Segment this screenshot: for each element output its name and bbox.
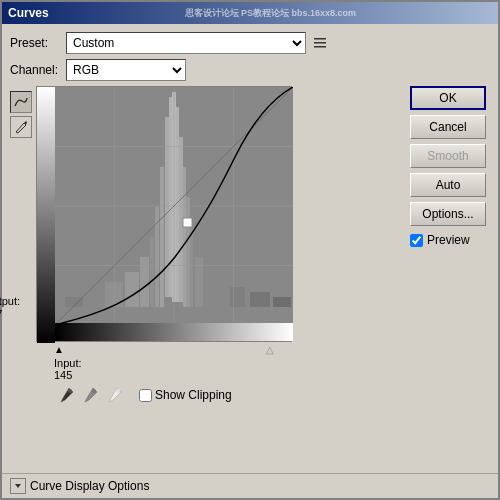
preset-label: Preset: [10, 36, 60, 50]
output-value: 107 [0, 308, 20, 321]
svg-rect-1 [314, 42, 326, 44]
black-point-marker: ▲ [54, 344, 64, 355]
svg-rect-25 [273, 297, 291, 307]
channel-select[interactable]: RGB Red Green Blue [66, 59, 186, 81]
triangle-markers: ▲ △ [36, 342, 274, 355]
ok-button[interactable]: OK [410, 86, 486, 110]
options-button[interactable]: Options... [410, 202, 486, 226]
svg-point-34 [68, 389, 72, 393]
svg-rect-22 [215, 282, 225, 307]
pencil-tool-button[interactable] [10, 116, 32, 138]
curves-dialog: Curves 思客设计论坛 PS教程论坛 bbs.16xx8.com Prese… [0, 0, 500, 500]
svg-rect-9 [183, 167, 186, 307]
eyedropper-group: Show Clipping [39, 385, 232, 405]
svg-rect-23 [230, 287, 245, 307]
preset-row: Preset: Custom Default Strong Contrast L… [10, 32, 490, 54]
right-panel: OK Cancel Smooth Auto Options... Preview [410, 86, 490, 465]
curve-area-outer: Output: 107 [36, 86, 292, 381]
svg-rect-15 [140, 257, 149, 307]
svg-point-36 [116, 389, 120, 393]
svg-rect-2 [314, 46, 326, 48]
title-bar: Curves 思客设计论坛 PS教程论坛 bbs.16xx8.com [2, 2, 498, 24]
svg-rect-20 [195, 257, 203, 307]
curve-grid-svg [55, 87, 293, 325]
preview-checkbox[interactable] [410, 234, 423, 247]
input-value: 145 [54, 369, 292, 381]
white-eyedropper-button[interactable] [105, 385, 125, 405]
curve-top: Output: 107 [10, 86, 402, 381]
svg-rect-12 [160, 167, 164, 307]
white-point-marker: △ [266, 344, 274, 355]
svg-rect-0 [314, 38, 326, 40]
svg-marker-37 [15, 484, 21, 488]
svg-rect-14 [150, 237, 154, 307]
window-title: Curves [8, 6, 49, 20]
preview-row: Preview [410, 233, 490, 247]
show-clipping-checkbox[interactable] [139, 389, 152, 402]
curve-panel: Output: 107 [10, 86, 402, 465]
svg-rect-17 [105, 282, 123, 307]
output-display: Output: 107 [0, 295, 20, 321]
svg-rect-24 [250, 292, 270, 307]
show-clipping-row: Show Clipping [139, 388, 232, 402]
curve-canvas[interactable] [36, 86, 292, 342]
expand-icon [10, 478, 26, 494]
svg-rect-18 [85, 292, 103, 307]
auto-button[interactable]: Auto [410, 173, 486, 197]
black-eyedropper-button[interactable] [57, 385, 77, 405]
curve-display-options-expander[interactable]: Curve Display Options [2, 473, 498, 498]
output-gradient [37, 87, 55, 343]
svg-rect-8 [179, 137, 183, 302]
tool-icons [10, 91, 32, 381]
svg-point-35 [92, 389, 96, 393]
gray-eyedropper-button[interactable] [81, 385, 101, 405]
channel-label: Channel: [10, 63, 60, 77]
output-label: Output: [0, 295, 20, 308]
svg-rect-33 [183, 218, 192, 227]
svg-rect-16 [125, 272, 139, 307]
bottom-tools-row: Show Clipping [10, 385, 402, 405]
main-area: Output: 107 [10, 86, 490, 465]
smooth-button[interactable]: Smooth [410, 144, 486, 168]
preview-label: Preview [427, 233, 470, 247]
settings-icon[interactable] [312, 35, 328, 51]
svg-rect-21 [205, 272, 213, 307]
watermark: 思客设计论坛 PS教程论坛 bbs.16xx8.com [49, 7, 492, 20]
svg-rect-4 [165, 117, 169, 297]
input-gradient [55, 323, 293, 341]
curve-tool-button[interactable] [10, 91, 32, 113]
input-display: Input: 145 [36, 357, 292, 381]
svg-rect-10 [186, 197, 190, 307]
svg-rect-5 [169, 97, 172, 297]
preset-select[interactable]: Custom Default Strong Contrast Lighter D… [66, 32, 306, 54]
cancel-button[interactable]: Cancel [410, 115, 486, 139]
curve-display-options-label: Curve Display Options [30, 479, 149, 493]
input-label: Input: [54, 357, 292, 369]
svg-rect-7 [176, 107, 179, 302]
dialog-content: Preset: Custom Default Strong Contrast L… [2, 24, 498, 473]
channel-row: Channel: RGB Red Green Blue [10, 59, 490, 81]
svg-rect-11 [190, 227, 193, 307]
show-clipping-label: Show Clipping [155, 388, 232, 402]
